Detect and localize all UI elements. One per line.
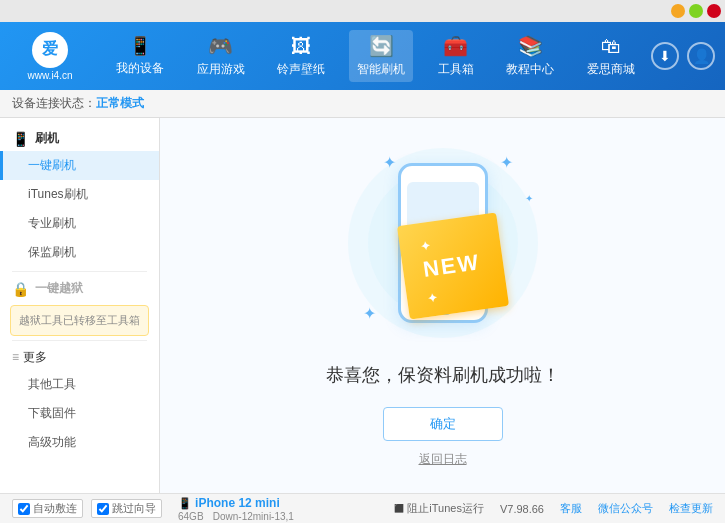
close-btn[interactable]	[707, 4, 721, 18]
phone-illustration: ✦ ✦ ✦ ✦ NEW	[343, 143, 543, 343]
sidebar-section-flash: 📱 刷机	[0, 126, 159, 151]
maximize-btn[interactable]	[689, 4, 703, 18]
nav-my-device-icon: 📱	[129, 35, 151, 57]
flash-section-title: 刷机	[35, 130, 59, 147]
bottom-right: 阻止iTunes运行 V7.98.66 客服 微信公众号 检查更新	[394, 501, 713, 516]
flash-section-icon: 📱	[12, 131, 29, 147]
sidebar-section-jailbreak: 🔒 一键越狱	[0, 276, 159, 301]
device-model: Down-12mini-13,1	[213, 511, 294, 522]
nav-apps-games-label: 应用游戏	[197, 61, 245, 78]
nav-toolbox[interactable]: 🧰 工具箱	[430, 30, 482, 82]
sidebar-item-one-click-flash[interactable]: 一键刷机	[0, 151, 159, 180]
divider-2	[12, 340, 147, 341]
minimize-btn[interactable]	[671, 4, 685, 18]
jailbreak-section-icon: 🔒	[12, 281, 29, 297]
sidebar-section-more: ≡ 更多	[0, 345, 159, 370]
logo[interactable]: 爱 www.i4.cn	[10, 32, 90, 81]
device-info: 📱 iPhone 12 mini 64GB Down-12mini-13,1	[178, 496, 294, 522]
check-update-link[interactable]: 检查更新	[669, 501, 713, 516]
auto-connect-checkbox[interactable]: 自动敷连	[12, 499, 83, 518]
stop-itunes[interactable]: 阻止iTunes运行	[394, 501, 484, 516]
sidebar-item-advanced[interactable]: 高级功能	[0, 428, 159, 457]
title-bar	[0, 0, 725, 22]
nav-tutorial[interactable]: 📚 教程中心	[498, 30, 562, 82]
sidebar-item-other-tools[interactable]: 其他工具	[0, 370, 159, 399]
logo-icon: 爱	[32, 32, 68, 68]
jailbreak-note: 越狱工具已转移至工具箱	[10, 305, 149, 336]
nav-wallpaper[interactable]: 🖼 铃声壁纸	[269, 31, 333, 82]
nav-tutorial-label: 教程中心	[506, 61, 554, 78]
sparkle-1: ✦	[383, 153, 396, 172]
device-icon: 📱	[178, 497, 192, 509]
nav-shop[interactable]: 🛍 爱思商城	[579, 31, 643, 82]
divider-1	[12, 271, 147, 272]
device-name: iPhone 12 mini	[195, 496, 280, 510]
auto-connect-label: 自动敷连	[33, 501, 77, 516]
back-home-link[interactable]: 返回日志	[419, 451, 467, 468]
sparkle-4: ✦	[525, 193, 533, 204]
more-section-title: 更多	[23, 349, 47, 366]
nav-toolbox-label: 工具箱	[438, 61, 474, 78]
nav-smart-flash[interactable]: 🔄 智能刷机	[349, 30, 413, 82]
sparkle-3: ✦	[363, 304, 376, 323]
header: 爱 www.i4.cn 📱 我的设备 🎮 应用游戏 🖼 铃声壁纸 🔄 智能刷机 …	[0, 22, 725, 90]
nav-smart-flash-label: 智能刷机	[357, 61, 405, 78]
device-storage: 64GB	[178, 511, 204, 522]
bottom-left: 自动敷连 跳过向导 📱 iPhone 12 mini 64GB Down-12m…	[12, 496, 394, 522]
sidebar: 📱 刷机 一键刷机 iTunes刷机 专业刷机 保监刷机 🔒 一键越狱 越狱工具…	[0, 118, 160, 493]
sidebar-item-download-fw[interactable]: 下载固件	[0, 399, 159, 428]
sidebar-item-pro-flash[interactable]: 专业刷机	[0, 209, 159, 238]
new-banner: NEW	[396, 212, 508, 319]
status-label: 设备连接状态：	[12, 95, 96, 112]
more-section-icon: ≡	[12, 350, 19, 364]
jailbreak-section-title: 一键越狱	[35, 280, 83, 297]
nav-shop-label: 爱思商城	[587, 61, 635, 78]
sidebar-item-save-flash[interactable]: 保监刷机	[0, 238, 159, 267]
confirm-button[interactable]: 确定	[383, 407, 503, 441]
nav-my-device[interactable]: 📱 我的设备	[108, 31, 172, 81]
nav-wallpaper-label: 铃声壁纸	[277, 61, 325, 78]
bottom-bar: 自动敷连 跳过向导 📱 iPhone 12 mini 64GB Down-12m…	[0, 493, 725, 523]
nav-smart-flash-icon: 🔄	[369, 34, 394, 58]
nav-apps-games[interactable]: 🎮 应用游戏	[189, 30, 253, 82]
user-btn[interactable]: 👤	[687, 42, 715, 70]
content-area: ✦ ✦ ✦ ✦ NEW 恭喜您，保资料刷机成功啦！ 确定 返回日志	[160, 118, 725, 493]
auto-connect-input[interactable]	[18, 503, 30, 515]
nav-my-device-label: 我的设备	[116, 60, 164, 77]
skip-wizard-label: 跳过向导	[112, 501, 156, 516]
nav-apps-games-icon: 🎮	[208, 34, 233, 58]
success-message: 恭喜您，保资料刷机成功啦！	[326, 363, 560, 387]
wechat-public-link[interactable]: 微信公众号	[598, 501, 653, 516]
status-value: 正常模式	[96, 95, 144, 112]
sidebar-item-itunes-flash[interactable]: iTunes刷机	[0, 180, 159, 209]
version-label: V7.98.66	[500, 503, 544, 515]
customer-service-link[interactable]: 客服	[560, 501, 582, 516]
nav-bar: 📱 我的设备 🎮 应用游戏 🖼 铃声壁纸 🔄 智能刷机 🧰 工具箱 📚 教程中心…	[100, 30, 651, 82]
status-bar: 设备连接状态： 正常模式	[0, 90, 725, 118]
nav-shop-icon: 🛍	[601, 35, 621, 58]
skip-wizard-checkbox[interactable]: 跳过向导	[91, 499, 162, 518]
sparkle-2: ✦	[500, 153, 513, 172]
main-layout: 📱 刷机 一键刷机 iTunes刷机 专业刷机 保监刷机 🔒 一键越狱 越狱工具…	[0, 118, 725, 493]
nav-wallpaper-icon: 🖼	[291, 35, 311, 58]
nav-tutorial-icon: 📚	[518, 34, 543, 58]
logo-url: www.i4.cn	[27, 70, 72, 81]
nav-right: ⬇ 👤	[651, 42, 715, 70]
nav-toolbox-icon: 🧰	[443, 34, 468, 58]
skip-wizard-input[interactable]	[97, 503, 109, 515]
download-btn[interactable]: ⬇	[651, 42, 679, 70]
